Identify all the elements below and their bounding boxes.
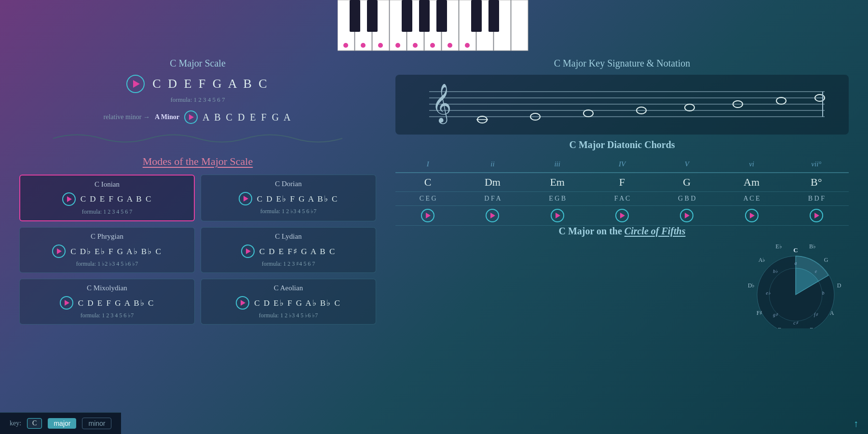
piano-container bbox=[0, 0, 868, 53]
mode-mixolydian-play[interactable] bbox=[60, 296, 73, 310]
chord-play-row bbox=[395, 206, 849, 226]
svg-rect-16 bbox=[471, 0, 482, 32]
mode-card-phrygian[interactable]: C Phrygian C D♭ E♭ F G A♭ B♭ C formula: … bbox=[19, 227, 195, 273]
play-F-button[interactable] bbox=[615, 209, 629, 222]
key-value: C bbox=[27, 418, 42, 429]
mode-lydian-name: C Lydian bbox=[207, 232, 370, 241]
mode-mixolydian-name: C Mixolydian bbox=[26, 284, 189, 292]
mode-card-aeolian[interactable]: C Aeolian C D E♭ F G A♭ B♭ C formula: 1 … bbox=[201, 279, 376, 325]
chord-Bdim: B° bbox=[802, 176, 831, 189]
mode-lydian-formula: formula: 1 2 3 ♯4 5 6 7 bbox=[207, 260, 370, 268]
relative-minor-name: A Minor bbox=[155, 113, 179, 121]
play-G-wrapper bbox=[672, 209, 701, 222]
relative-minor-play-button[interactable] bbox=[184, 110, 198, 124]
mode-lydian-scale: C D E F♯ G A B C bbox=[207, 244, 370, 258]
svg-point-19 bbox=[361, 43, 366, 48]
chord-header-ii: ii bbox=[478, 160, 507, 168]
mode-dorian-name: C Dorian bbox=[207, 180, 370, 188]
mode-dorian-notes: C D E♭ F G A B♭ C bbox=[257, 194, 339, 204]
chord-Am: Am bbox=[737, 176, 766, 189]
chord-header-iii: iii bbox=[543, 160, 572, 168]
mode-phrygian-play[interactable] bbox=[52, 244, 66, 258]
notes-C: C E G bbox=[413, 195, 442, 203]
notes-Bdim: B D F bbox=[802, 195, 831, 203]
mode-ionian-formula: formula: 1 2 3 4 5 6 7 bbox=[26, 208, 188, 216]
main-content: C Major Scale C D E F G A B C formula: 1… bbox=[0, 53, 868, 333]
play-Em-wrapper bbox=[543, 209, 572, 222]
staff-svg: 𝄞 bbox=[405, 80, 839, 128]
play-icon bbox=[426, 213, 431, 218]
mode-card-lydian[interactable]: C Lydian C D E F♯ G A B C formula: 1 2 3… bbox=[201, 227, 376, 273]
svg-text:A♭: A♭ bbox=[759, 257, 766, 263]
circle-italic: Circle of Fifths bbox=[624, 226, 686, 236]
notes-Dm: D F A bbox=[478, 195, 507, 203]
chord-notes-row: C E G D F A E G B F A C G B D A C E B D … bbox=[395, 192, 849, 206]
svg-text:F: F bbox=[770, 327, 773, 328]
play-icon bbox=[67, 196, 72, 202]
play-G-button[interactable] bbox=[680, 209, 693, 222]
major-button[interactable]: major bbox=[48, 418, 76, 429]
scale-display: C D E F G A B C bbox=[19, 75, 376, 93]
chord-Dm: Dm bbox=[478, 176, 507, 189]
svg-rect-11 bbox=[350, 0, 360, 32]
relative-minor-label: relative minor → bbox=[104, 113, 150, 121]
chord-header-IV: IV bbox=[608, 160, 637, 168]
chord-F: F bbox=[608, 176, 637, 189]
svg-text:G: G bbox=[824, 257, 828, 263]
mode-card-dorian[interactable]: C Dorian C D E♭ F G A B♭ C formula: 1 2 … bbox=[201, 175, 376, 221]
mode-phrygian-scale: C D♭ E♭ F G A♭ B♭ C bbox=[26, 244, 189, 258]
treble-clef: 𝄞 bbox=[432, 84, 451, 124]
svg-text:b: b bbox=[822, 290, 825, 296]
play-C-button[interactable] bbox=[421, 209, 434, 222]
play-Am-button[interactable] bbox=[745, 209, 759, 222]
mode-phrygian-formula: formula: 1 ♭2 ♭3 4 5 ♭6 ♭7 bbox=[26, 260, 189, 268]
svg-text:A: A bbox=[830, 310, 834, 316]
bottom-bar: key: C major minor bbox=[0, 412, 121, 434]
mode-card-mixolydian[interactable]: C Mixolydian C D E F G A B♭ C formula: 1… bbox=[19, 279, 195, 325]
chords-table: I ii iii IV V vi vii° C Dm Em F G Am B° … bbox=[395, 158, 849, 226]
scale-title: C Major Scale bbox=[19, 58, 376, 69]
svg-text:B♭: B♭ bbox=[809, 243, 816, 250]
play-icon bbox=[133, 80, 140, 88]
play-Am-wrapper bbox=[737, 209, 766, 222]
notes-Em: E G B bbox=[543, 195, 572, 203]
chord-header-I: I bbox=[413, 160, 442, 168]
svg-point-18 bbox=[343, 43, 348, 48]
play-Bdim-wrapper bbox=[802, 209, 831, 222]
play-icon bbox=[246, 248, 251, 254]
play-Bdim-button[interactable] bbox=[810, 209, 823, 222]
svg-point-24 bbox=[448, 43, 452, 48]
play-Dm-button[interactable] bbox=[486, 209, 499, 222]
chords-title: C Major Diatonic Chords bbox=[395, 139, 849, 150]
chord-Em: Em bbox=[543, 176, 572, 189]
mode-lydian-notes: C D E F♯ G A B C bbox=[259, 246, 336, 257]
chord-C: C bbox=[413, 176, 442, 189]
svg-text:c♯: c♯ bbox=[793, 320, 798, 326]
circle-title: C Major on the Circle of Fifths bbox=[395, 226, 849, 237]
svg-point-36 bbox=[685, 104, 694, 111]
mode-aeolian-play[interactable] bbox=[236, 296, 249, 310]
minor-button[interactable]: minor bbox=[82, 418, 111, 429]
svg-text:e: e bbox=[815, 269, 817, 274]
scroll-up-button[interactable]: ↑ bbox=[854, 418, 858, 429]
play-Dm-wrapper bbox=[478, 209, 507, 222]
notes-Am: A C E bbox=[737, 195, 766, 203]
svg-point-20 bbox=[378, 43, 383, 48]
play-F-wrapper bbox=[608, 209, 637, 222]
mode-ionian-play[interactable] bbox=[62, 192, 76, 206]
svg-text:B: B bbox=[778, 326, 782, 328]
svg-rect-15 bbox=[436, 0, 447, 32]
chord-G: G bbox=[672, 176, 701, 189]
mode-lydian-play[interactable] bbox=[241, 244, 255, 258]
scale-play-button[interactable] bbox=[126, 75, 145, 93]
play-icon bbox=[750, 213, 755, 218]
svg-rect-12 bbox=[367, 0, 378, 32]
svg-text:C: C bbox=[793, 246, 798, 254]
mode-card-ionian[interactable]: C Ionian C D E F G A B C formula: 1 2 3 … bbox=[19, 175, 195, 221]
svg-text:D: D bbox=[837, 282, 841, 289]
play-Em-button[interactable] bbox=[551, 209, 564, 222]
mode-dorian-play[interactable] bbox=[239, 192, 252, 205]
mode-mixolydian-scale: C D E F G A B♭ C bbox=[26, 296, 189, 310]
svg-text:b♭: b♭ bbox=[773, 269, 778, 274]
mode-mixolydian-formula: formula: 1 2 3 4 5 6 ♭7 bbox=[26, 312, 189, 319]
